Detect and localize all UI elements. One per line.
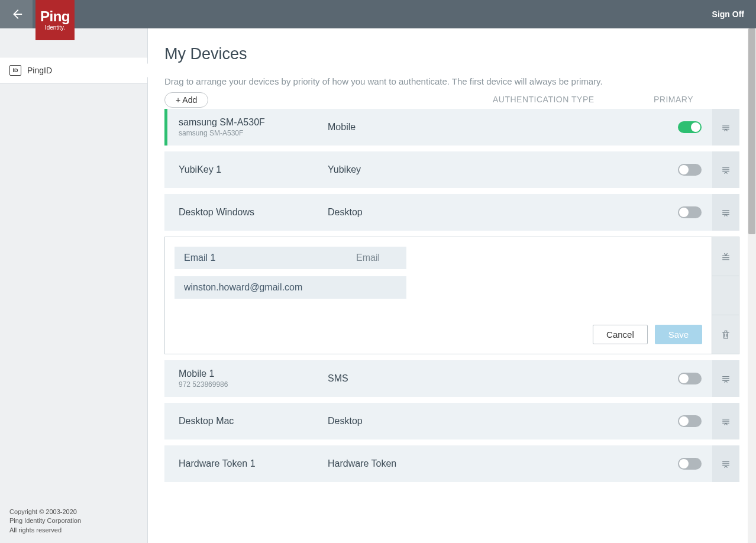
back-button[interactable] [0, 0, 33, 28]
sidebar-item-pingid[interactable]: iD PingID [0, 57, 147, 84]
sign-off-link[interactable]: Sign Off [712, 9, 744, 19]
drag-handle[interactable] [712, 194, 739, 231]
device-row[interactable]: Desktop Windows Desktop [164, 194, 739, 231]
scrollbar-thumb[interactable] [748, 28, 755, 234]
copyright: Copyright © 2003-2020 Ping Identity Corp… [9, 508, 81, 535]
device-name: samsung SM-A530F [179, 117, 328, 128]
edit-type-label: Email [329, 247, 406, 269]
device-type: Desktop [328, 207, 678, 218]
device-name: Mobile 1 [179, 369, 328, 379]
drag-handle[interactable] [712, 445, 739, 482]
drag-handle[interactable] [712, 151, 739, 188]
brand-logo: Ping Identity. [35, 0, 75, 40]
device-type: Hardware Token [328, 458, 678, 469]
topbar: Sign Off [0, 0, 756, 28]
device-edit-card: Email 1 Email winston.howard@gmail.com C… [164, 237, 739, 354]
device-row[interactable]: YubiKey 1 Yubikey [164, 151, 739, 188]
drag-handle[interactable] [712, 109, 739, 146]
save-button[interactable]: Save [655, 325, 702, 344]
primary-toggle[interactable] [678, 206, 702, 218]
device-subtext: 972 523869986 [179, 380, 328, 389]
spacer [712, 276, 739, 315]
drag-handle[interactable] [712, 360, 739, 397]
page-title: My Devices [164, 45, 739, 63]
device-name: Desktop Windows [179, 207, 328, 218]
pingid-icon: iD [9, 65, 21, 76]
page-subtitle: Drag to arrange your devices by priority… [164, 76, 739, 86]
column-auth-type: AUTHENTICATION TYPE [493, 95, 595, 104]
device-row[interactable]: samsung SM-A530F samsung SM-A530F Mobile [167, 109, 739, 146]
device-type: Mobile [328, 122, 678, 132]
edit-side-actions [712, 237, 739, 354]
sidebar: iD PingID Copyright © 2003-2020 Ping Ide… [0, 28, 148, 543]
add-button[interactable]: + Add [164, 92, 208, 108]
drag-handle[interactable] [712, 403, 739, 439]
arrow-left-icon [10, 8, 23, 21]
primary-toggle[interactable] [678, 373, 702, 384]
device-row[interactable]: Desktop Mac Desktop [164, 403, 739, 439]
device-row[interactable]: Hardware Token 1 Hardware Token [164, 445, 739, 482]
collapse-button[interactable] [712, 237, 739, 276]
edit-email-field[interactable]: winston.howard@gmail.com [175, 276, 406, 299]
device-name: Desktop Mac [179, 416, 328, 426]
cancel-button[interactable]: Cancel [593, 325, 648, 344]
device-type: Desktop [328, 416, 678, 426]
device-type: Yubikey [328, 164, 678, 175]
sidebar-item-label: PingID [27, 66, 52, 75]
device-type: SMS [328, 373, 678, 384]
primary-toggle[interactable] [678, 415, 702, 427]
main-content: My Devices Drag to arrange your devices … [148, 28, 756, 543]
device-name: Hardware Token 1 [179, 458, 328, 469]
delete-button[interactable] [712, 315, 739, 354]
primary-toggle[interactable] [678, 164, 702, 176]
scrollbar[interactable] [748, 28, 756, 543]
device-row[interactable]: Mobile 1 972 523869986 SMS [164, 360, 739, 397]
column-headers: AUTHENTICATION TYPE PRIMARY [164, 95, 739, 104]
column-primary: PRIMARY [654, 95, 693, 104]
device-subtext: samsung SM-A530F [179, 129, 328, 137]
edit-name-field[interactable]: Email 1 [175, 247, 329, 269]
device-name: YubiKey 1 [179, 164, 328, 175]
primary-toggle[interactable] [678, 121, 702, 133]
primary-toggle[interactable] [678, 458, 702, 470]
